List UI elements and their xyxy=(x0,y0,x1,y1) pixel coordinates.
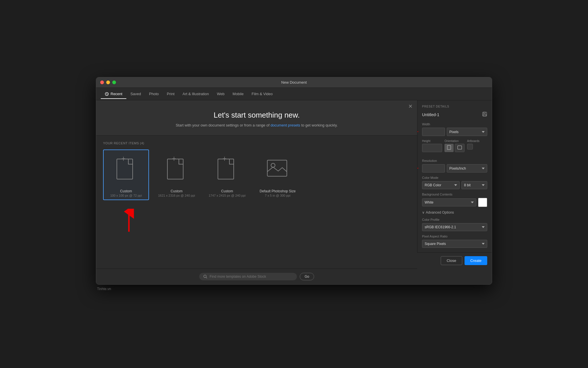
hero-description: Start with your own document settings or… xyxy=(102,123,411,127)
tab-saved[interactable]: Saved xyxy=(126,89,145,99)
bottom-buttons: Close Create xyxy=(417,252,492,269)
tab-print[interactable]: Print xyxy=(163,89,179,99)
bit-depth-select[interactable]: 8 bit xyxy=(461,181,487,189)
hero-heading: Let's start something new. xyxy=(102,111,411,120)
color-mode-row: RGB Color 8 bit xyxy=(422,181,487,189)
artboards-label: Artboards xyxy=(467,139,487,143)
hero-close-button[interactable]: ✕ xyxy=(408,104,413,109)
svg-rect-7 xyxy=(218,159,234,179)
window-title: New Document xyxy=(281,80,307,85)
document-presets-link[interactable]: document presets xyxy=(270,123,300,127)
tab-recent[interactable]: Recent xyxy=(101,89,126,99)
svg-rect-17 xyxy=(483,112,485,114)
portrait-button[interactable] xyxy=(444,144,454,152)
recent-section-title: YOUR RECENT ITEMS (4) xyxy=(103,141,410,145)
orientation-label: Orientation xyxy=(444,139,465,143)
right-panel: PRESET DETAILS Untitled-1 Width xyxy=(417,100,492,252)
nav-bar: Recent Saved Photo Print Art & Illustrat… xyxy=(96,88,492,100)
resolution-input[interactable]: 72 xyxy=(422,164,445,172)
recent-section: YOUR RECENT ITEMS (4) xyxy=(96,136,417,269)
clock-icon xyxy=(105,92,109,96)
bg-contents-row: White xyxy=(422,198,487,207)
save-preset-icon[interactable] xyxy=(482,112,487,118)
color-mode-select[interactable]: RGB Color xyxy=(422,181,460,189)
svg-point-14 xyxy=(204,275,206,278)
resolution-unit-select[interactable]: Pixels/Inch xyxy=(447,164,487,172)
close-button[interactable]: Close xyxy=(441,256,462,265)
color-mode-label: Color Mode xyxy=(422,176,487,179)
width-label: Width xyxy=(422,122,487,126)
height-input[interactable]: 100 xyxy=(422,144,442,152)
tab-film-video[interactable]: Film & Video xyxy=(247,89,276,99)
bg-contents-label: Background Contents xyxy=(422,193,487,196)
recent-grid: Custom 100 x 100 px @ 72 ppi xyxy=(103,150,410,200)
preset-name: Untitled-1 xyxy=(422,112,439,117)
resolution-row: 72 Pixels/Inch xyxy=(422,164,487,172)
maximize-button[interactable] xyxy=(112,80,116,84)
width-row: 100 Pixels xyxy=(422,128,487,136)
search-icon xyxy=(203,275,207,279)
close-button[interactable] xyxy=(100,80,104,84)
resolution-label: Resolution xyxy=(422,159,487,162)
recent-item-0[interactable]: Custom 100 x 100 px @ 72 ppi xyxy=(103,150,149,200)
advanced-options-toggle[interactable]: ∨ Advanced Options xyxy=(422,210,487,214)
artboards-checkbox[interactable] xyxy=(467,144,473,150)
new-document-window: New Document Recent Saved Photo Print Ar… xyxy=(96,77,492,285)
tab-mobile[interactable]: Mobile xyxy=(229,89,247,99)
hero-section: ✕ Let's start something new. Start with … xyxy=(96,100,417,136)
pixel-ratio-select[interactable]: Square Pixels xyxy=(422,240,487,248)
doc-icon-2 xyxy=(216,156,239,183)
right-panel-wrapper: PRESET DETAILS Untitled-1 Width xyxy=(417,100,492,284)
title-bar: New Document xyxy=(96,77,492,88)
recent-item-2[interactable]: Custom 1747 x 2415 px @ 240 ppi xyxy=(204,150,250,200)
width-input[interactable]: 100 xyxy=(422,128,445,136)
svg-rect-10 xyxy=(267,160,287,176)
landscape-button[interactable] xyxy=(455,144,465,152)
svg-rect-4 xyxy=(167,159,183,179)
svg-rect-22 xyxy=(458,146,462,149)
color-profile-label: Color Profile xyxy=(422,218,487,221)
preset-section-title: PRESET DETAILS xyxy=(422,105,487,108)
template-search-box xyxy=(199,273,297,280)
tab-art-illustration[interactable]: Art & Illustration xyxy=(179,89,213,99)
go-button[interactable]: Go xyxy=(300,273,314,280)
watermark: Tinhte.vn xyxy=(96,285,492,291)
traffic-lights xyxy=(100,80,116,84)
tab-web[interactable]: Web xyxy=(213,89,229,99)
tab-photo[interactable]: Photo xyxy=(145,89,163,99)
content-panel: ✕ Let's start something new. Start with … xyxy=(96,100,417,284)
doc-icon-1 xyxy=(165,156,188,183)
svg-rect-18 xyxy=(483,114,486,116)
doc-icon-3 xyxy=(266,156,289,183)
search-input[interactable] xyxy=(210,275,293,279)
width-unit-select[interactable]: Pixels xyxy=(447,128,487,136)
bottom-bar: Go xyxy=(96,269,417,284)
height-label: Height xyxy=(422,139,442,143)
color-profile-select[interactable]: sRGB IEC61966-2.1 xyxy=(422,223,487,231)
bg-color-swatch[interactable] xyxy=(478,198,487,207)
preset-name-row: Untitled-1 xyxy=(422,112,487,118)
height-orientation-artboards: Height 100 Orientation xyxy=(422,139,487,156)
create-button[interactable]: Create xyxy=(465,256,487,265)
svg-rect-21 xyxy=(447,145,451,150)
recent-item-3[interactable]: Default Photoshop Size 7 x 5 in @ 300 pp… xyxy=(255,150,301,200)
svg-rect-1 xyxy=(117,159,133,179)
pixel-ratio-label: Pixel Aspect Ratio xyxy=(422,235,487,238)
doc-icon-0 xyxy=(115,156,138,183)
annotation-arrow-up xyxy=(120,209,410,233)
bg-contents-select[interactable]: White xyxy=(422,198,476,206)
svg-line-15 xyxy=(206,277,207,279)
minimize-button[interactable] xyxy=(106,80,110,84)
recent-item-1[interactable]: Custom 1621 x 2316 px @ 240 ppi xyxy=(154,150,200,200)
